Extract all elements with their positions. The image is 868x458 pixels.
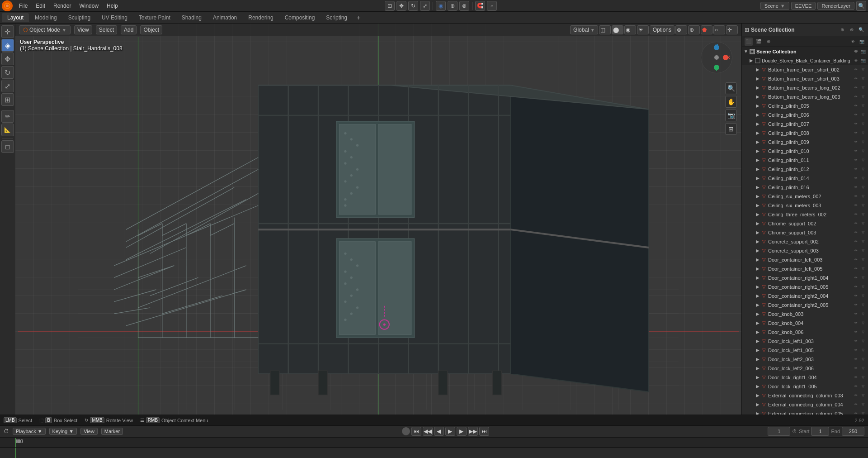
app-icon[interactable] xyxy=(2,0,13,11)
expand-mesh-12[interactable]: ▶ xyxy=(755,175,761,181)
mesh-vis-36[interactable]: ✏ xyxy=(853,392,859,399)
tab-compositing[interactable]: Compositing xyxy=(279,13,321,22)
mesh-render-36[interactable]: ▽ xyxy=(860,392,866,399)
expand-mesh-8[interactable]: ▶ xyxy=(755,139,761,145)
mesh-render-7[interactable]: ▽ xyxy=(860,130,866,136)
mesh-vis-4[interactable]: ✏ xyxy=(853,103,859,109)
mesh-vis-27[interactable]: ✏ xyxy=(853,311,859,317)
mesh-vis-10[interactable]: ✏ xyxy=(853,157,859,163)
mesh-render-14[interactable]: ▽ xyxy=(860,193,866,200)
expand-mesh-3[interactable]: ▶ xyxy=(755,94,761,100)
outliner-mesh-item[interactable]: ▶ ▽ Door_knob_003 ✏ ▽ xyxy=(742,310,868,319)
outliner-mesh-item[interactable]: ▶ ▽ Chrome_support_003 ✏ ▽ xyxy=(742,228,868,237)
expand-mesh-2[interactable]: ▶ xyxy=(755,85,761,91)
outliner-mesh-item[interactable]: ▶ ▽ Door_container_left_003 ✏ ▽ xyxy=(742,255,868,264)
mesh-vis-9[interactable]: ✏ xyxy=(853,148,859,154)
expand-mesh-18[interactable]: ▶ xyxy=(755,229,761,236)
proportional-icon[interactable]: ○ xyxy=(487,1,497,11)
expand-mesh-21[interactable]: ▶ xyxy=(755,257,761,263)
move-tool[interactable]: ✥ xyxy=(1,52,14,65)
gizmo-sphere[interactable]: X Y Z xyxy=(701,42,732,73)
mesh-render-20[interactable]: ▽ xyxy=(860,248,866,254)
tab-shading[interactable]: Shading xyxy=(176,13,207,22)
outliner-mesh-item[interactable]: ▶ ▽ Door_container_right1_004 ✏ ▽ xyxy=(742,273,868,282)
mesh-render-33[interactable]: ▽ xyxy=(860,365,866,372)
expand-mesh-14[interactable]: ▶ xyxy=(755,193,761,200)
outliner-mesh-item[interactable]: ▶ ▽ Ceiling_plinth_014 ✏ ▽ xyxy=(742,174,868,183)
gizmo-center[interactable] xyxy=(714,55,719,60)
end-frame-input[interactable] xyxy=(842,427,864,436)
mesh-render-21[interactable]: ▽ xyxy=(860,257,866,263)
outliner-mesh-item[interactable]: ▶ ▽ Door_lock_right1_004 ✏ ▽ xyxy=(742,373,868,382)
mesh-vis-37[interactable]: ✏ xyxy=(853,401,859,408)
play-btn[interactable]: ▶ xyxy=(445,427,455,436)
menu-window[interactable]: Window xyxy=(75,2,102,10)
outliner-mesh-item[interactable]: ▶ ▽ Bottom_frame_beams_long_003 ✏ ▽ xyxy=(742,92,868,101)
toolbar-icon-4[interactable]: ⤢ xyxy=(420,1,430,11)
outliner-mesh-item[interactable]: ▶ ▽ Ceiling_six_meters_002 ✏ ▽ xyxy=(742,192,868,201)
scale-tool[interactable]: ⤢ xyxy=(1,80,14,92)
mesh-vis-23[interactable]: ✏ xyxy=(853,275,859,281)
mesh-vis-2[interactable]: ✏ xyxy=(853,85,859,91)
expand-mesh-7[interactable]: ▶ xyxy=(755,130,761,136)
menu-file[interactable]: File xyxy=(15,2,31,10)
viewport-area[interactable]: ⬡ Object Mode ▼ View Select Add Object G… xyxy=(15,24,741,458)
viewport-add-menu[interactable]: Add xyxy=(121,25,137,34)
mesh-vis-13[interactable]: ✏ xyxy=(853,184,859,191)
mesh-render-15[interactable]: ▽ xyxy=(860,202,866,209)
outliner-mesh-item[interactable]: ▶ ▽ Door_container_right1_005 ✏ ▽ xyxy=(742,282,868,291)
mesh-vis-22[interactable]: ✏ xyxy=(853,266,859,272)
mesh-render-5[interactable]: ▽ xyxy=(860,112,866,118)
outliner-mesh-item[interactable]: ▶ ▽ Concrete_support_003 ✏ ▽ xyxy=(742,246,868,255)
mesh-render-28[interactable]: ▽ xyxy=(860,320,866,326)
mesh-render-25[interactable]: ▽ xyxy=(860,293,866,299)
menu-render[interactable]: Render xyxy=(50,2,75,10)
step-back-btn[interactable]: ◀ xyxy=(434,427,444,436)
mesh-vis-21[interactable]: ✏ xyxy=(853,257,859,263)
mesh-render-1[interactable]: ▽ xyxy=(860,76,866,82)
outliner-tree[interactable]: ▼ Scene Collection 👁 📷 ▶ Double_Storey_B… xyxy=(742,47,868,458)
mesh-vis-31[interactable]: ✏ xyxy=(853,347,859,353)
toolbar-icon-7[interactable]: ⊗ xyxy=(459,1,469,11)
mesh-render-0[interactable]: ▽ xyxy=(860,67,866,73)
prev-keyframe-btn[interactable]: ◀◀ xyxy=(423,427,433,436)
mesh-vis-3[interactable]: ✏ xyxy=(853,94,859,100)
mesh-render-22[interactable]: ▽ xyxy=(860,266,866,272)
tab-layout[interactable]: Layout xyxy=(2,13,29,22)
add-primitive-tool[interactable]: ◻ xyxy=(1,140,14,153)
mesh-vis-16[interactable]: ✏ xyxy=(853,211,859,218)
outliner-mesh-item[interactable]: ▶ ▽ Ceiling_plinth_005 ✏ ▽ xyxy=(742,101,868,110)
current-frame-input[interactable] xyxy=(768,427,790,436)
mesh-render-26[interactable]: ▽ xyxy=(860,302,866,308)
outliner-mesh-item[interactable]: ▶ ▽ Bottom_frame_beam_short_002 ✏ ▽ xyxy=(742,65,868,74)
camera-btn[interactable]: 📷 xyxy=(725,110,737,121)
transform-tool[interactable]: ⊞ xyxy=(1,93,14,106)
expand-mesh-26[interactable]: ▶ xyxy=(755,302,761,308)
timeline-ruler[interactable]: 0102030405060708090100110120130140150160… xyxy=(0,438,868,448)
outliner-mesh-item[interactable]: ▶ ▽ Door_lock_right1_005 ✏ ▽ xyxy=(742,382,868,391)
outliner-visibility-icon[interactable]: 👁 xyxy=(849,38,856,45)
mesh-render-12[interactable]: ▽ xyxy=(860,175,866,181)
expand-scene-collection[interactable]: ▼ xyxy=(743,48,749,55)
expand-mesh-30[interactable]: ▶ xyxy=(755,338,761,344)
expand-mesh-4[interactable]: ▶ xyxy=(755,103,761,109)
viewport-3d-scene[interactable] xyxy=(15,37,741,458)
expand-mesh-15[interactable]: ▶ xyxy=(755,202,761,209)
outliner-mesh-item[interactable]: ▶ ▽ Concrete_support_002 ✏ ▽ xyxy=(742,237,868,246)
mesh-render-37[interactable]: ▽ xyxy=(860,401,866,408)
mesh-vis-28[interactable]: ✏ xyxy=(853,320,859,326)
expand-mesh-27[interactable]: ▶ xyxy=(755,311,761,317)
outliner-mesh-item[interactable]: ▶ ▽ Ceiling_plinth_006 ✏ ▽ xyxy=(742,110,868,119)
toolbar-icon-6[interactable]: ⊕ xyxy=(448,1,458,11)
outliner-mesh-item[interactable]: ▶ ▽ Bottom_frame_beams_long_002 ✏ ▽ xyxy=(742,83,868,92)
mesh-vis-25[interactable]: ✏ xyxy=(853,293,859,299)
engine-selector[interactable]: EEVEE xyxy=(791,2,816,10)
keying-dropdown[interactable]: Keying ▼ xyxy=(49,428,77,435)
next-keyframe-btn[interactable]: ▶▶ xyxy=(468,427,478,436)
mesh-render-27[interactable]: ▽ xyxy=(860,311,866,317)
outliner-mesh-item[interactable]: ▶ ▽ Ceiling_plinth_008 ✏ ▽ xyxy=(742,129,868,138)
outliner-main-collection[interactable]: ▶ Double_Storey_Black_Container_Building… xyxy=(742,56,868,65)
outliner-mesh-item[interactable]: ▶ ▽ Bottom_frame_beam_short_003 ✏ ▽ xyxy=(742,74,868,83)
outliner-mesh-item[interactable]: ▶ ▽ Door_lock_left2_003 ✏ ▽ xyxy=(742,355,868,364)
mesh-vis-19[interactable]: ✏ xyxy=(853,239,859,245)
